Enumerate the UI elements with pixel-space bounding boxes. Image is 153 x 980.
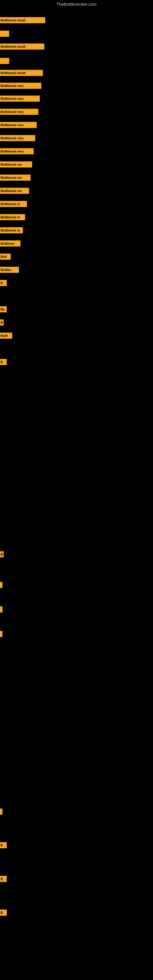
- bottleneck-bar-label: Bottleneck resu: [1, 123, 24, 127]
- bottleneck-bar-label: B: [1, 282, 3, 285]
- bottleneck-bar-label: B: [1, 877, 3, 881]
- bottleneck-bar-label: Bottlen: [1, 268, 11, 272]
- bottleneck-bar-label: Bo: [1, 308, 5, 311]
- bottleneck-bar: B: [0, 910, 7, 916]
- bottleneck-bar: Bottl: [0, 332, 12, 339]
- bottleneck-bar-label: Bottleneck res: [1, 176, 22, 180]
- bottleneck-bar: Bottleneck resu: [0, 95, 40, 102]
- bottleneck-bar-label: Bottleneck res: [1, 189, 22, 192]
- bottleneck-bar-label: Bottlenec: [1, 242, 15, 245]
- bottleneck-bar: [0, 30, 9, 37]
- bottleneck-bar-label: Bottleneck resu: [1, 97, 24, 100]
- bottleneck-bar-label: B: [1, 844, 3, 847]
- bottleneck-bar: Bo: [0, 306, 7, 312]
- bottleneck-bar-label: Bottleneck re: [1, 216, 20, 219]
- bottleneck-bar: Bottleneck resu: [0, 122, 37, 128]
- bottleneck-bar: Bott: [0, 254, 11, 260]
- bottleneck-bar: Bottleneck result: [0, 17, 45, 23]
- site-title: TheBottlenecker.com: [0, 1, 153, 8]
- bottleneck-bar-label: Bottleneck result: [1, 19, 26, 22]
- bottleneck-bar: Bottleneck resu: [0, 148, 33, 154]
- bottleneck-bar: Bottleneck re: [0, 201, 27, 207]
- bottleneck-bar: Bottleneck re: [0, 227, 23, 233]
- bottleneck-bar: B: [0, 876, 7, 882]
- bottleneck-bar: [0, 808, 2, 815]
- bottleneck-bar: Bottleneck res: [0, 188, 29, 194]
- bottleneck-bar-label: Bottleneck resu: [1, 150, 24, 153]
- bottleneck-bar-label: Bottleneck re: [1, 229, 20, 232]
- bottleneck-bar: [0, 582, 2, 588]
- bottleneck-bar-label: Bottleneck re: [1, 202, 20, 206]
- bottleneck-bar-label: Bottleneck result: [1, 72, 26, 75]
- bottleneck-bar: B: [0, 320, 4, 326]
- bottleneck-bar: Bottleneck result: [0, 70, 43, 76]
- bottleneck-bar: [0, 606, 2, 612]
- bottleneck-bar: Bottleneck re: [0, 214, 25, 220]
- bottleneck-bar: B: [0, 359, 7, 365]
- bottleneck-bar-label: Bottleneck resu: [1, 110, 24, 114]
- bottleneck-bar: Bottlen: [0, 267, 19, 273]
- bottleneck-bar: Bottleneck result: [0, 43, 45, 49]
- bottleneck-bar: B: [0, 280, 7, 286]
- bottleneck-bar-label: Bottleneck resu: [1, 137, 24, 140]
- bottleneck-bar: Bottlenec: [0, 240, 21, 247]
- bottleneck-bar-label: Bott: [1, 255, 7, 258]
- bottleneck-bar: Bottleneck resu: [0, 109, 38, 115]
- bottleneck-bar-label: Bottleneck res: [1, 163, 22, 166]
- bottleneck-bar-label: B: [1, 321, 3, 324]
- bottleneck-bar: Bottleneck res: [0, 161, 32, 167]
- bottleneck-bar: B: [0, 551, 4, 557]
- bottleneck-bar-label: Bottleneck resu: [1, 84, 24, 88]
- bottleneck-bar-label: Bottl: [1, 334, 8, 337]
- bottleneck-bar: [0, 631, 2, 637]
- bottleneck-bar-label: Bottleneck result: [1, 45, 26, 48]
- bottleneck-bar: Bottleneck res: [0, 175, 30, 181]
- bottleneck-bar: [0, 58, 9, 64]
- bottleneck-bar-label: B: [1, 553, 3, 556]
- bottleneck-bar-label: B: [1, 360, 3, 364]
- bottleneck-bar-label: B: [1, 911, 3, 915]
- bottleneck-bar: Bottleneck resu: [0, 135, 35, 141]
- bottleneck-bar: B: [0, 842, 7, 848]
- bottleneck-bar: Bottleneck resu: [0, 83, 41, 89]
